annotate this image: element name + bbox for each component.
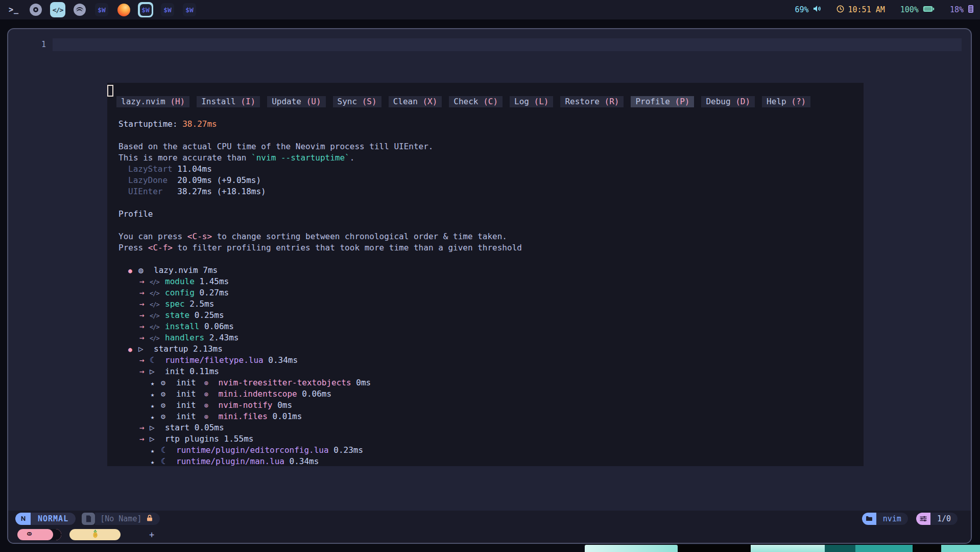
terminal-prompt-icon: >_ [9,5,19,14]
lazy-tab-help[interactable]: Help (?) [762,96,810,107]
play-icon: ▷ [150,366,165,377]
artwork-shape [825,545,855,552]
gear-icon: ⚙ [161,400,176,411]
lazy-icon: ◍ [138,265,154,276]
lazy-tab-check[interactable]: Check (C) [449,96,503,107]
profile-line: ★☾runtime/plugin/man.lua 0.34ms [118,456,862,466]
blank-line [118,130,862,141]
star-marker: ★ [151,378,161,389]
new-tab-button[interactable]: + [149,530,154,540]
profile-line: ●◍lazy.nvim 7ms [118,265,862,276]
lua-icon: ☾ [150,355,165,366]
profile-line: ★☾runtime/plugin/editorconfig.lua 0.23ms [118,445,862,456]
terminal-prompt-icon[interactable]: >_ [6,2,21,17]
lazy-tab-profile[interactable]: Profile (P) [631,96,694,107]
app-window-icon[interactable]: $W [160,2,175,17]
play-icon: ▷ [150,422,165,433]
artwork-shape [855,545,913,552]
lua-icon: ☾ [161,445,176,456]
blank-line [118,220,862,231]
profile-line: →▷start 0.05ms [118,422,862,433]
code-icon: </> [150,310,165,321]
mode-label: NORMAL [31,513,76,525]
plugin-icon: ⊛ [204,388,211,400]
profile-line: ★⚙init⊛nvim-notify 0ms [118,400,862,411]
dot-marker: ● [128,265,138,277]
code-app-icon[interactable]: </> [50,2,65,17]
file-indicator: [No Name] [82,513,160,525]
terminal-tab-2[interactable] [69,529,121,540]
app-window-icon[interactable]: $W [182,2,197,17]
profile-line: →</>install 0.06ms [118,321,862,332]
folder-icon [862,513,876,525]
pineapple-icon [92,530,99,540]
plugin-icon: ⊛ [204,411,211,422]
statusline: NORMAL [No Name] nvim 1/0 [8,511,971,526]
lazy-tab-install[interactable]: Install (I) [197,96,260,107]
clock-value: 10:51 AM [848,5,885,14]
app-window-icon: $W [140,4,152,16]
lazy-nvim-window: lazy.nvim (H)Install (I)Update (U)Sync (… [107,83,864,466]
server-label: nvim [876,513,908,525]
timing-line: LazyDone20.09ms (+9.05ms) [118,175,862,186]
chrome-icon[interactable] [28,2,43,17]
position-indicator: 1/0 [916,513,958,525]
startuptime-line: Startuptime: 38.27ms [118,119,862,130]
arrow-marker: → [139,355,150,366]
code-app-icon: </> [51,3,65,17]
battery-icon [923,5,935,14]
lazy-profile-body: Startuptime: 38.27msBased on the actual … [118,119,862,466]
lazy-tab-sync[interactable]: Sync (S) [333,96,381,107]
code-icon: </> [150,321,165,333]
terminal-tab-1[interactable]: Θ [17,529,61,540]
volume-indicator[interactable]: 69% [795,5,821,14]
statusline-right: nvim 1/0 [862,513,958,525]
lazy-tab-log[interactable]: Log (L) [510,96,553,107]
firefox-icon [117,4,130,16]
lazy-tab-debug[interactable]: Debug (D) [701,96,755,107]
speaker-icon [813,5,821,14]
spotify-icon[interactable] [72,2,87,17]
play-icon: ▷ [138,343,154,355]
profile-line: →▷init 0.11ms [118,366,862,377]
help-line: Press <C-f> to filter profiling entries … [118,242,862,254]
code-icon: </> [150,288,165,299]
lazy-tab-lazy-nvim[interactable]: lazy.nvim (H) [116,96,189,107]
statusline-left: NORMAL [No Name] [15,513,160,525]
arrow-marker: → [139,332,150,343]
firefox-icon[interactable] [116,2,131,17]
code-icon: </> [150,333,165,344]
lazy-tab-update[interactable]: Update (U) [267,96,325,107]
volume-value: 69% [795,5,808,14]
profile-line: →</>config 0.27ms [118,287,862,298]
profile-line: →</>handlers 2.43ms [118,332,862,343]
arrow-marker: → [139,298,150,310]
arrow-marker: → [139,321,150,332]
profile-line: →</>spec 2.5ms [118,298,862,310]
profile-line: ★⚙init⊛mini.indentscope 0.06ms [118,388,862,400]
app-window-icon[interactable]: $W [94,2,109,17]
profile-line: ●▷startup 2.13ms [118,343,862,355]
clock-indicator[interactable]: 10:51 AM [836,5,885,15]
spotify-icon [74,4,86,16]
plugin-icon: ⊛ [204,377,211,388]
memory-indicator[interactable]: 18% [950,5,974,15]
tab-notch [48,529,61,540]
star-marker: ★ [151,411,161,423]
lazy-tab-clean[interactable]: Clean (X) [389,96,442,107]
terminal-tabbar: Θ + [8,526,971,543]
timing-line: LazyStart11.04ms [118,164,862,175]
blank-line [118,254,862,265]
lazy-tabs: lazy.nvim (H)Install (I)Update (U)Sync (… [116,96,810,107]
nvim-server-indicator: nvim [862,513,908,525]
artwork-shape [751,545,825,552]
memory-value: 18% [950,5,964,14]
code-icon: </> [150,277,165,288]
battery-indicator[interactable]: 100% [900,5,935,14]
artwork-shape [941,545,980,552]
app-window-icon[interactable]: $W [138,2,153,17]
profile-line: →▷rtp plugins 1.55ms [118,433,862,445]
mode-indicator: NORMAL [15,513,76,525]
lazy-tab-restore[interactable]: Restore (R) [560,96,624,107]
taskbar-apps: >_</>$W$W$W$W [6,2,197,17]
